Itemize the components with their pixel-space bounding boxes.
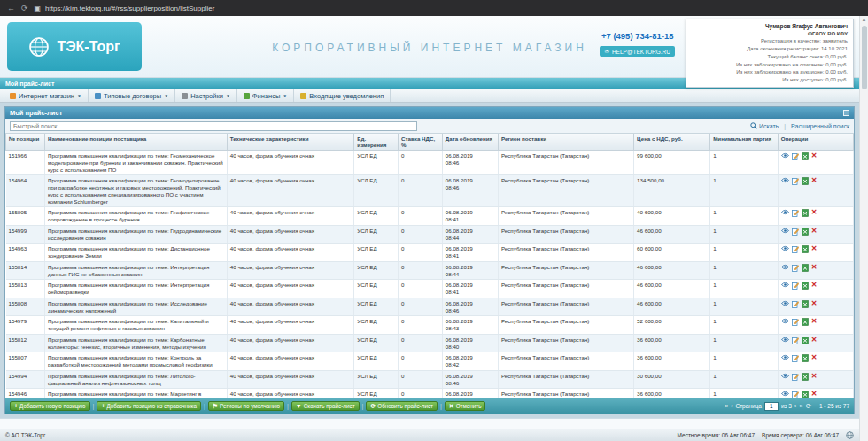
advanced-search-link[interactable]: Расширенный поиск xyxy=(791,123,849,129)
view-icon[interactable] xyxy=(781,318,789,324)
edit-icon[interactable] xyxy=(792,337,799,344)
table-row[interactable]: 151966 Программа повышения квалификации … xyxy=(6,151,854,175)
export-icon[interactable] xyxy=(802,354,809,362)
next-page-icon[interactable]: › xyxy=(794,403,797,410)
export-icon[interactable] xyxy=(802,152,809,160)
search-input[interactable] xyxy=(10,121,417,131)
first-page-icon[interactable]: « xyxy=(725,403,728,410)
column-header-unit[interactable]: Ед. измерения xyxy=(354,134,399,151)
edit-icon[interactable] xyxy=(792,373,799,381)
back-icon[interactable]: ← xyxy=(7,4,15,12)
view-icon[interactable] xyxy=(781,354,789,360)
scrollbar-thumb[interactable] xyxy=(862,26,867,89)
column-header-position[interactable]: № позиции xyxy=(6,134,45,151)
export-icon[interactable] xyxy=(802,282,809,290)
table-row[interactable]: 155012 Программа повышения квалификации … xyxy=(6,334,854,352)
column-header-date[interactable]: Дата обновления xyxy=(442,134,498,151)
export-icon[interactable] xyxy=(802,300,809,308)
table-row[interactable]: 154979 Программа повышения квалификации … xyxy=(6,316,854,335)
export-icon[interactable] xyxy=(802,337,809,344)
table-row[interactable]: 155007 Программа повышения квалификации … xyxy=(6,352,854,371)
export-icon[interactable] xyxy=(802,177,809,185)
export-icon[interactable] xyxy=(802,391,809,398)
logo[interactable]: ТЭК-Торг xyxy=(7,22,142,71)
page-input[interactable] xyxy=(764,402,779,411)
delete-icon[interactable]: ✕ xyxy=(811,177,818,184)
export-icon[interactable] xyxy=(802,228,809,236)
url-bar[interactable]: ▣ https://kim.tektorg.ru/#/rss/supplierp… xyxy=(35,4,861,12)
view-icon[interactable] xyxy=(781,177,789,183)
scroll-up-icon[interactable]: ▲ xyxy=(862,16,867,24)
view-icon[interactable] xyxy=(781,300,789,306)
view-icon[interactable] xyxy=(781,373,789,379)
delete-icon[interactable]: ✕ xyxy=(811,282,818,289)
export-icon[interactable] xyxy=(802,373,809,381)
edit-icon[interactable] xyxy=(792,282,799,290)
view-icon[interactable] xyxy=(781,282,789,288)
table-row[interactable]: 155014 Программа повышения квалификации … xyxy=(6,261,854,280)
column-header-name[interactable]: Наименование позиции поставщика xyxy=(45,134,228,151)
menu-item[interactable]: Типовые договоры ▼ xyxy=(89,89,175,102)
toolbar-button-add[interactable]: +Добавить новую позицию xyxy=(10,401,90,411)
export-icon[interactable] xyxy=(802,264,809,272)
prev-page-icon[interactable]: ‹ xyxy=(731,403,733,410)
toolbar-button-refresh[interactable]: ⟳Обновить прайс-лист xyxy=(366,401,438,411)
column-header-price[interactable]: Цена с НДС, руб. xyxy=(634,134,710,151)
contact-email[interactable]: ✉ HELP@TEKTORG.RU xyxy=(600,46,675,57)
table-row[interactable]: 155005 Программа повышения квалификации … xyxy=(6,207,854,226)
last-page-icon[interactable]: » xyxy=(799,403,802,410)
view-icon[interactable] xyxy=(781,152,789,159)
toolbar-button-regions[interactable]: ⚑Регионы по умолчанию xyxy=(208,401,284,411)
column-header-region[interactable]: Регион поставки xyxy=(498,134,633,151)
page-scrollbar[interactable]: ▲ xyxy=(859,16,868,441)
column-header-min-batch[interactable]: Минимальная партия xyxy=(710,134,779,151)
menu-item[interactable]: Настройки ▼ xyxy=(175,89,237,102)
toolbar-button-cancel[interactable]: ✕Отменить xyxy=(445,401,486,411)
view-icon[interactable] xyxy=(781,228,789,234)
delete-icon[interactable]: ✕ xyxy=(811,209,818,216)
delete-icon[interactable]: ✕ xyxy=(811,300,818,307)
search-button[interactable]: Искать xyxy=(750,122,779,129)
table-row[interactable]: 154946 Программа повышения квалификации … xyxy=(6,389,854,398)
edit-icon[interactable] xyxy=(792,228,799,236)
column-header-tech[interactable]: Технические характеристики xyxy=(227,134,354,151)
toolbar-button-add-from-catalog[interactable]: +Добавить позицию из справочника xyxy=(97,401,201,411)
edit-icon[interactable] xyxy=(792,354,799,362)
table-row[interactable]: 154964 Программа повышения квалификации … xyxy=(6,175,854,207)
edit-icon[interactable] xyxy=(792,391,799,398)
view-icon[interactable] xyxy=(781,391,789,397)
view-icon[interactable] xyxy=(781,245,789,251)
table-row[interactable]: 154963 Программа повышения квалификации … xyxy=(6,244,854,262)
delete-icon[interactable]: ✕ xyxy=(811,245,818,252)
table-row[interactable]: 155013 Программа повышения квалификации … xyxy=(6,280,854,298)
edit-icon[interactable] xyxy=(792,318,799,326)
delete-icon[interactable]: ✕ xyxy=(811,152,818,159)
edit-icon[interactable] xyxy=(792,209,799,217)
delete-icon[interactable]: ✕ xyxy=(811,391,818,398)
edit-icon[interactable] xyxy=(792,245,799,253)
menu-item[interactable]: Финансы ▼ xyxy=(237,89,294,102)
export-icon[interactable] xyxy=(802,318,809,326)
edit-icon[interactable] xyxy=(792,152,799,160)
user-info-box[interactable]: Чумаров Ягафус Авгангович ФГАОУ ВО КФУ Р… xyxy=(686,19,854,88)
view-icon[interactable] xyxy=(781,264,789,270)
table-row[interactable]: 154994 Программа повышения квалификации … xyxy=(6,370,854,389)
export-icon[interactable] xyxy=(802,245,809,253)
panel-collapse-icon[interactable] xyxy=(843,110,849,116)
table-row[interactable]: 155008 Программа повышения квалификации … xyxy=(6,298,854,316)
reload-page-icon[interactable]: ⟳ xyxy=(806,403,811,410)
delete-icon[interactable]: ✕ xyxy=(811,264,818,271)
delete-icon[interactable]: ✕ xyxy=(811,337,818,344)
column-header-vat[interactable]: Ставка НДС, % xyxy=(399,134,443,151)
view-icon[interactable] xyxy=(781,209,789,215)
edit-icon[interactable] xyxy=(792,264,799,272)
view-icon[interactable] xyxy=(781,337,789,343)
refresh-icon[interactable]: ⟳ xyxy=(21,4,28,12)
delete-icon[interactable]: ✕ xyxy=(811,354,818,361)
edit-icon[interactable] xyxy=(792,177,799,185)
export-icon[interactable] xyxy=(802,209,809,217)
menu-item[interactable]: Входящие уведомления xyxy=(294,89,391,102)
toolbar-button-download[interactable]: ▼Скачать прайс-лист xyxy=(291,401,360,411)
table-row[interactable]: 154999 Программа повышения квалификации … xyxy=(6,225,854,244)
menu-item[interactable]: Интернет-магазин ▼ xyxy=(4,89,89,102)
